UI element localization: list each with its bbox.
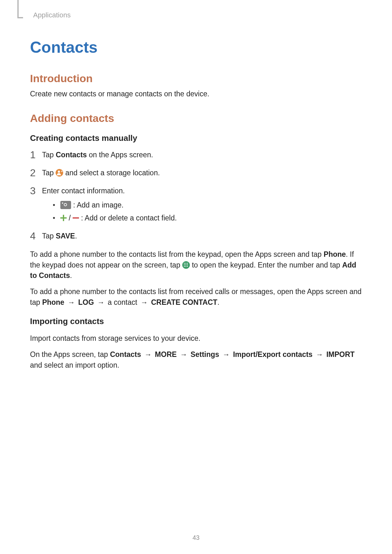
page-number: 43 [0,534,392,541]
step-1: 1 Tap Contacts on the Apps screen. [30,150,362,160]
page-title: Contacts [30,38,362,57]
step-4: 4 Tap SAVE. [30,231,362,241]
importing-lead: Import contacts from storage services to… [30,333,362,344]
plus-icon [60,215,67,221]
arrow-icon: → [141,350,155,358]
para-text: . [70,271,72,280]
para-bold: Phone [42,298,64,306]
para-text: To add a phone number to the contacts li… [30,250,324,258]
para-bold: MORE [155,350,177,358]
step-2: 2 Tap + and select a storage location. [30,168,362,178]
paragraph-log: To add a phone number to the contacts li… [30,286,362,308]
page-content: Applications Contacts Introduction Creat… [0,0,392,370]
arrow-icon: → [219,350,233,358]
step-bold: SAVE [56,232,75,240]
arrow-icon: → [177,350,190,358]
paragraph-keypad: To add a phone number to the contacts li… [30,249,362,281]
bullet-plus-minus: / : Add or delete a contact field. [51,213,362,223]
subsection-creating-heading: Creating contacts manually [30,133,362,143]
add-contact-icon: + [56,169,63,177]
para-text: . [217,298,219,306]
step-number: 4 [30,229,36,243]
step-text: Tap [42,232,56,240]
step-text: Tap [42,151,56,159]
introduction-text: Create new contacts or manage contacts o… [30,89,362,99]
step-number: 1 [30,148,36,162]
para-bold: Import/Export contacts [233,350,313,358]
arrow-icon: → [312,350,326,358]
bullet-text: : Add or delete a contact field. [79,214,177,222]
step-text: Tap [42,169,56,177]
para-bold: Phone [324,250,346,258]
step-bold: Contacts [56,151,87,159]
section-introduction-heading: Introduction [30,72,362,85]
steps-list: 1 Tap Contacts on the Apps screen. 2 Tap… [30,150,362,241]
section-adding-heading: Adding contacts [30,112,362,124]
para-bold: Settings [190,350,219,358]
step-number: 3 [30,184,36,198]
breadcrumb: Applications [33,11,362,19]
step-text: on the Apps screen. [87,151,153,159]
step-text: . [75,232,77,240]
step-number: 2 [30,166,36,180]
camera-icon [60,201,71,209]
para-bold: CREATE CONTACT [151,298,217,306]
para-text: and select an import option. [30,361,119,369]
step-text: and select a storage location. [63,169,160,177]
bullet-text: / [67,214,73,222]
step-3: 3 Enter contact information. : Add an im… [30,186,362,223]
para-text: On the Apps screen, tap [30,350,110,358]
arrow-icon: → [94,298,108,306]
bullet-text: : Add an image. [71,201,124,209]
subsection-importing-heading: Importing contacts [30,316,362,326]
importing-para: On the Apps screen, tap Contacts → MORE … [30,349,362,370]
bullet-list: : Add an image. / : Add or delete a cont… [51,200,362,223]
bullet-camera: : Add an image. [51,200,362,210]
para-bold: IMPORT [326,350,354,358]
para-bold: Contacts [110,350,141,358]
minus-icon [73,215,79,221]
step-text: Enter contact information. [42,187,125,195]
arrow-icon: → [64,298,78,306]
para-text: a contact [108,298,139,306]
page-corner-mark [17,0,19,18]
arrow-icon: → [139,298,151,306]
para-text: to open the keypad. Enter the number and… [190,261,342,269]
keypad-icon [182,261,190,269]
para-bold: LOG [78,298,94,306]
